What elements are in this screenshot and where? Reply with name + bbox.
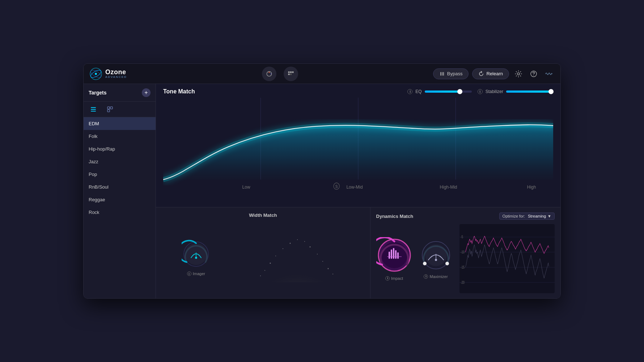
sidebar-title: Targets bbox=[89, 90, 107, 96]
main-content: Targets + bbox=[84, 84, 560, 298]
svg-text:-10: -10 bbox=[461, 250, 465, 254]
svg-point-46 bbox=[270, 263, 271, 264]
list-item-label: Rock bbox=[89, 210, 99, 215]
svg-point-64 bbox=[435, 259, 437, 261]
svg-point-17 bbox=[533, 75, 534, 76]
list-item-label: Reggae bbox=[89, 197, 105, 202]
svg-point-48 bbox=[264, 270, 265, 271]
svg-point-44 bbox=[275, 256, 276, 256]
svg-point-15 bbox=[517, 73, 520, 75]
sidebar-header: Targets + bbox=[84, 84, 156, 102]
svg-point-49 bbox=[327, 268, 329, 269]
dynamics-match-title: Dynamics Match bbox=[376, 214, 414, 219]
svg-rect-56 bbox=[393, 248, 394, 259]
list-item[interactable]: Jazz bbox=[84, 155, 156, 168]
width-match-content: ℹ Imager bbox=[162, 222, 364, 293]
svg-text:Low-Mid: Low-Mid bbox=[346, 184, 363, 190]
list-item[interactable]: Reggae bbox=[84, 193, 156, 206]
app-name: Ozone bbox=[105, 69, 127, 75]
maximizer-knob-section: ℹ Maximizer bbox=[420, 239, 452, 279]
header: Ozone ADVANCED bbox=[84, 64, 560, 84]
waveform-icon-button[interactable] bbox=[543, 68, 555, 80]
app-window: Ozone ADVANCED bbox=[83, 63, 561, 299]
grid-view-tab[interactable] bbox=[102, 103, 118, 115]
list-item-label: Folk bbox=[89, 134, 98, 139]
list-item-label: Hip-hop/Rap bbox=[89, 146, 115, 152]
svg-text:High-Mid: High-Mid bbox=[440, 184, 457, 190]
list-view-tab[interactable] bbox=[86, 103, 101, 115]
modules-nav-button[interactable] bbox=[284, 67, 298, 81]
app-subtitle: ADVANCED bbox=[105, 75, 127, 79]
list-item-label: RnB/Soul bbox=[89, 184, 109, 190]
stabilizer-slider[interactable] bbox=[506, 90, 553, 93]
svg-point-41 bbox=[304, 241, 305, 242]
list-item-label: EDM bbox=[89, 121, 99, 126]
svg-point-45 bbox=[317, 254, 318, 254]
svg-point-3 bbox=[95, 73, 97, 75]
tone-match-controls: ℹ EQ ℹ Stabilizer bbox=[407, 89, 553, 94]
bypass-button[interactable]: Bypass bbox=[433, 68, 469, 79]
right-panel: Tone Match ℹ EQ ℹ bbox=[156, 84, 560, 298]
maximizer-label: ℹ Maximizer bbox=[424, 274, 448, 279]
bypass-label: Bypass bbox=[447, 71, 463, 76]
dynamics-match-header: Dynamics Match Optimize for: Streaming ▼ bbox=[376, 212, 555, 220]
svg-rect-11 bbox=[290, 73, 292, 75]
svg-rect-9 bbox=[292, 71, 293, 73]
logo-area: Ozone ADVANCED bbox=[89, 67, 127, 80]
header-right: Bypass Relearn bbox=[433, 68, 555, 80]
help-button[interactable] bbox=[528, 68, 539, 80]
svg-rect-23 bbox=[107, 110, 110, 112]
svg-rect-22 bbox=[110, 107, 113, 109]
list-item[interactable]: Folk bbox=[84, 130, 156, 143]
maximizer-knob[interactable] bbox=[420, 239, 452, 272]
stabilizer-info-icon[interactable]: ℹ bbox=[478, 89, 483, 94]
svg-rect-8 bbox=[290, 71, 292, 73]
svg-text:S: S bbox=[335, 184, 338, 189]
imager-knob-section: ℹ Imager bbox=[182, 240, 211, 276]
tone-chart: Low S Low-Mid High-Mid High bbox=[163, 98, 553, 192]
eq-info-icon[interactable]: ℹ bbox=[407, 89, 412, 94]
impact-knob[interactable] bbox=[376, 237, 412, 273]
eq-slider[interactable] bbox=[425, 90, 472, 93]
list-item[interactable]: Hip-hop/Rap bbox=[84, 143, 156, 155]
dynamics-match-panel: Dynamics Match Optimize for: Streaming ▼ bbox=[370, 207, 560, 298]
relearn-button[interactable]: Relearn bbox=[472, 68, 509, 79]
tone-match-header: Tone Match ℹ EQ ℹ bbox=[163, 88, 553, 95]
stereo-field-viz bbox=[250, 232, 344, 283]
svg-text:-5: -5 bbox=[461, 235, 463, 239]
svg-point-39 bbox=[297, 239, 298, 240]
svg-rect-10 bbox=[288, 73, 289, 75]
imager-knob[interactable] bbox=[182, 240, 211, 269]
svg-rect-13 bbox=[442, 72, 442, 76]
svg-point-51 bbox=[332, 274, 333, 274]
chevron-down-icon: ▼ bbox=[547, 214, 551, 218]
spectrum-nav-button[interactable] bbox=[262, 67, 276, 81]
optimize-for-select[interactable]: Optimize for: Streaming ▼ bbox=[499, 212, 555, 220]
svg-point-63 bbox=[445, 262, 449, 265]
svg-rect-7 bbox=[288, 71, 289, 73]
list-item[interactable]: Pop bbox=[84, 168, 156, 181]
settings-button[interactable] bbox=[513, 68, 524, 80]
sidebar: Targets + bbox=[84, 84, 156, 298]
svg-point-37 bbox=[254, 239, 341, 283]
header-center-nav bbox=[262, 67, 298, 81]
svg-point-42 bbox=[283, 248, 283, 249]
eq-label: EQ bbox=[415, 89, 421, 94]
list-item[interactable]: Rock bbox=[84, 206, 156, 219]
svg-point-35 bbox=[195, 257, 197, 259]
svg-rect-21 bbox=[107, 107, 110, 109]
optimize-value: Streaming bbox=[528, 214, 546, 218]
list-item[interactable]: EDM bbox=[84, 117, 156, 130]
svg-text:-20: -20 bbox=[461, 280, 465, 285]
svg-point-6 bbox=[271, 73, 272, 74]
dynamics-content: ℹ Impact bbox=[376, 224, 555, 293]
svg-point-40 bbox=[289, 243, 291, 244]
svg-point-47 bbox=[322, 261, 323, 262]
list-item[interactable]: RnB/Soul bbox=[84, 181, 156, 193]
list-item-label: Jazz bbox=[89, 159, 98, 164]
add-target-button[interactable]: + bbox=[142, 88, 151, 97]
svg-rect-20 bbox=[91, 111, 96, 111]
list-item-label: Pop bbox=[89, 172, 97, 177]
width-match-title: Width Match bbox=[162, 212, 364, 218]
dynamics-waveform-chart: -5 -10 -15 -20 bbox=[459, 224, 555, 293]
